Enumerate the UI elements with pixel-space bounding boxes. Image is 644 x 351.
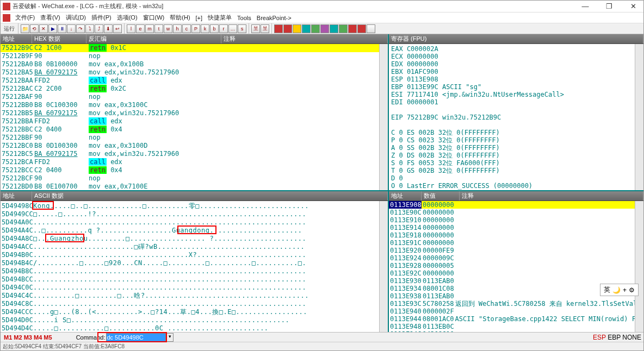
maximize-button[interactable]: ❐ [601, 2, 617, 10]
cpu-row[interactable]: 75212BAF90nop [1, 93, 379, 101]
stack-scrollbar[interactable] [635, 201, 643, 332]
dump-scrollbar[interactable] [379, 201, 388, 332]
dump-row[interactable]: 5D494BCC................................… [2, 275, 378, 284]
hdr-hex[interactable]: HEX 数据 [32, 34, 86, 43]
btn-script2[interactable]: 呈 [261, 24, 269, 33]
tool-restart-icon[interactable]: ⟲ [30, 24, 39, 33]
clr-purple[interactable] [320, 24, 329, 33]
btn-p[interactable]: P [191, 24, 200, 33]
menu-window[interactable]: 窗口(W) [140, 14, 168, 22]
hdr-dump-addr[interactable]: 地址 [1, 191, 32, 200]
ime-float[interactable]: 英 🌙 + ⚙ [600, 284, 639, 296]
clr-gray[interactable] [367, 24, 375, 33]
clr-red2[interactable] [283, 24, 292, 33]
cpu-row[interactable]: 75212BB5BA 60792175mov edx,win32u.752179… [1, 109, 379, 117]
hdr-cmt[interactable]: 注释 [221, 34, 388, 43]
reg-line[interactable] [391, 106, 633, 114]
dump-row[interactable]: 5D494D4C.....□...........□...........0C … [2, 324, 378, 332]
dump-row[interactable]: 5D4949CC□.....□......!?.................… [2, 210, 378, 218]
hdr-reg[interactable]: 寄存器 (FPU) [389, 34, 643, 43]
reg-line[interactable]: D 0 [391, 174, 633, 182]
reg-line[interactable]: EIP 75212B9C win32u.75212B9C [391, 114, 633, 121]
tool-pause-icon[interactable]: ⏸ [58, 24, 66, 33]
clr-cyan2[interactable] [330, 24, 338, 33]
btn-k[interactable]: k [201, 24, 209, 33]
stack-row[interactable]: 0113E91800000000 [389, 231, 635, 239]
reg-line[interactable]: S 0 FS 0053 32位 FA6000(FFF) [391, 159, 633, 167]
stack-row[interactable]: 0113E9480113EB0C [389, 323, 635, 330]
btn-t[interactable]: t [154, 24, 163, 33]
dump-row[interactable]: 5D494D0C.....i S□.......................… [2, 316, 378, 324]
stack-row[interactable]: 0113E91000000000 [389, 216, 635, 224]
btn-r[interactable]: r [219, 24, 228, 33]
stack-row[interactable]: 0113E92800000005 [389, 262, 635, 269]
clr-red4[interactable] [357, 24, 366, 33]
dump-row[interactable]: 5D494C4C..........□.........□...晗?......… [2, 292, 378, 300]
clr-red3[interactable] [348, 24, 357, 33]
hdr-stack-addr[interactable]: 地址 [389, 191, 422, 200]
cpu-pane[interactable]: 地址 HEX 数据 反汇编 注释 75212B9CC2 1C00retn 0x1… [1, 34, 389, 190]
menu-breakpoint[interactable]: BreakPoint-> [254, 15, 294, 21]
register-pane[interactable]: 寄存器 (FPU) EAX C000002AECX 00000000EDX 00… [389, 34, 643, 190]
reg-line[interactable] [391, 190, 633, 190]
cpu-scrollbar[interactable] [379, 44, 388, 190]
btn-script1[interactable]: 呈 [251, 24, 260, 33]
stack-row[interactable]: 0113E91400000000 [389, 224, 635, 231]
dump-row[interactable]: 5D494B4C/..........□.....□920...CN.....□… [2, 259, 378, 267]
tool-until-icon[interactable]: ⬇ [104, 24, 113, 33]
cpu-row[interactable]: 75212BBF90nop [1, 134, 379, 142]
tool-stepinto-icon[interactable]: ↓ [67, 24, 76, 33]
clr-green2[interactable] [339, 24, 348, 33]
cpu-row[interactable]: 75212B9CC2 1C00retn 0x1C [1, 44, 379, 52]
hdr-dump-data[interactable]: ASCII 数据 [32, 191, 388, 200]
stack-row[interactable]: 0113E9300113EAB0 [389, 277, 635, 285]
btn-s[interactable]: s [238, 24, 246, 33]
cpu-row[interactable]: 75212BCF90nop [1, 174, 379, 183]
cpu-row[interactable]: 75212BCCC2 0400retn 0x4 [1, 166, 379, 174]
tool-run-icon[interactable]: ▶ [48, 24, 57, 33]
reg-line[interactable]: T 0 GS 002B 32位 0(FFFFFFFF) [391, 167, 633, 174]
reg-line[interactable]: C 0 ES 002B 32位 0(FFFFFFFF) [391, 129, 633, 136]
reg-scrollbar[interactable] [635, 44, 643, 190]
reg-line[interactable]: P 0 CS 0023 32位 0(FFFFFFFF) [391, 136, 633, 144]
stack-row[interactable]: 0113E90C00000000 [389, 209, 635, 216]
cpu-row[interactable]: 75212BAAFFD2call edx [1, 77, 379, 85]
btn-m[interactable]: m [145, 24, 154, 33]
btn-c[interactable]: c [182, 24, 191, 33]
hdr-addr[interactable]: 地址 [1, 34, 32, 43]
tool-stepover-icon[interactable]: ↷ [76, 24, 85, 33]
dump-row[interactable]: 5D494ACC........................□磾?wB...… [2, 243, 378, 251]
dump-row[interactable]: 5D494A8C□...Guangzhou.........□.........… [2, 235, 378, 243]
cpu-row[interactable]: 75212BC0B8 0D100300mov eax,0x3100D [1, 142, 379, 150]
clr-cyan[interactable] [302, 24, 311, 33]
reg-line[interactable]: ECX 00000000 [391, 53, 633, 60]
stack-row[interactable]: 0113E9380113EAB0 [389, 292, 635, 300]
dump-row[interactable]: 5D494CCC....g□...(8..(<..........>..□?14… [2, 308, 378, 316]
reg-line[interactable]: EBP 0113E99C ASCII "sg" [391, 83, 633, 91]
command-input[interactable] [106, 333, 166, 342]
stack-row[interactable]: 0113E9400000002F [389, 308, 635, 315]
cpu-row[interactable]: 75212BBAFFD2call edx [1, 117, 379, 126]
menu-plugin[interactable]: 插件(P) [89, 14, 114, 22]
btn-e[interactable]: e [136, 24, 145, 33]
dump-row[interactable]: 5D49498CKong.....□..□.............□.....… [2, 202, 378, 210]
stack-row[interactable]: 0113E92C00000000 [389, 269, 635, 277]
stack-row[interactable]: 0113E92000000FE9 [389, 247, 635, 254]
cpu-row[interactable]: 75212BA0B8 0B100000mov eax,0x100B [1, 60, 379, 68]
stack-row[interactable]: 0113E93408001C08 [389, 285, 635, 292]
stack-row[interactable]: 0113E91C00000000 [389, 239, 635, 247]
btn-b[interactable]: b [210, 24, 219, 33]
hdr-stack-cmt[interactable]: 注释 [460, 191, 643, 200]
hdr-stack-val[interactable]: 数值 [422, 191, 460, 200]
btn-w[interactable]: w [164, 24, 172, 33]
close-button[interactable]: ✕ [625, 2, 641, 10]
menu-view[interactable]: 查看(V) [38, 14, 63, 22]
reg-line[interactable]: A 0 SS 002B 32位 0(FFFFFFFF) [391, 144, 633, 152]
menu-shortcut[interactable]: 快捷菜单 [205, 14, 234, 22]
reg-line[interactable]: EDX 00000000 [391, 60, 633, 68]
clr-green[interactable] [311, 24, 320, 33]
ime-lang[interactable]: 英 [604, 285, 610, 294]
dump-row[interactable]: 5D494C0C................................… [2, 284, 378, 292]
moon-icon[interactable]: 🌙 [612, 286, 621, 294]
stack-pane[interactable]: 地址 数值 注释 0113E908000000000113E90C0000000… [389, 191, 643, 332]
